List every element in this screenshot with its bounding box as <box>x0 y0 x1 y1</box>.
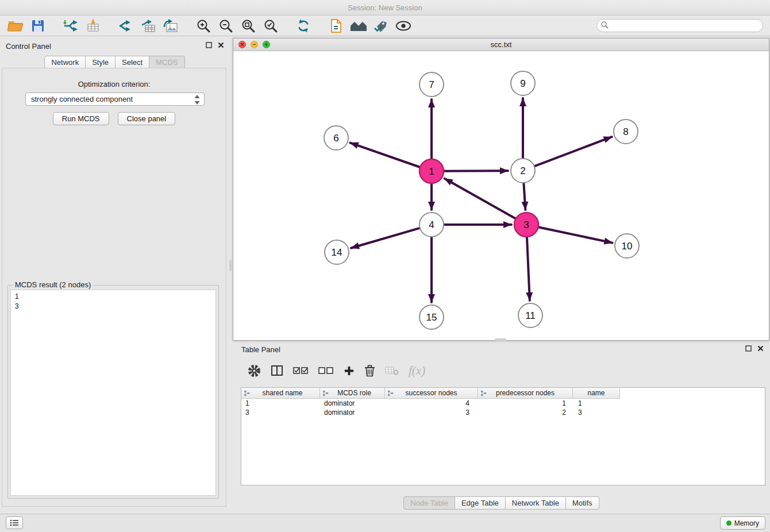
export-image-icon[interactable] <box>162 17 179 34</box>
graph-node-11[interactable]: 11 <box>518 303 542 327</box>
graph-node-label: 7 <box>429 79 434 90</box>
mcds-result-groupbox: MCDS result (2 nodes) 1 3 <box>7 285 219 499</box>
graph-node-label: 8 <box>623 126 628 137</box>
network-canvas[interactable]: 7968124314101511 <box>233 51 769 340</box>
close-panel-button[interactable]: Close panel <box>118 112 176 125</box>
tab-style[interactable]: Style <box>86 56 116 69</box>
tab-edge-table[interactable]: Edge Table <box>455 496 506 510</box>
table-settings-gear-icon[interactable] <box>248 364 261 377</box>
cell-predecessor-nodes[interactable]: 1 <box>478 399 573 408</box>
tab-network-table[interactable]: Network Table <box>506 496 566 510</box>
task-history-button[interactable] <box>6 516 23 529</box>
column-type-icon <box>387 390 394 398</box>
close-panel-icon[interactable] <box>217 41 225 49</box>
graph-node-2[interactable]: 2 <box>511 159 535 183</box>
cell-shared-name[interactable]: 3 <box>241 408 320 417</box>
close-table-panel-icon[interactable] <box>757 345 764 352</box>
cell-shared-name[interactable]: 1 <box>241 399 320 408</box>
tab-motifs[interactable]: Motifs <box>566 496 599 510</box>
zoom-out-icon[interactable] <box>217 17 234 34</box>
network-window-titlebar[interactable]: scc.txt <box>233 38 769 51</box>
column-header-shared-name[interactable]: shared name <box>241 388 320 399</box>
graph-node-15[interactable]: 15 <box>419 305 444 329</box>
zoom-selected-icon[interactable] <box>262 17 279 34</box>
select-all-columns-icon[interactable] <box>293 366 309 375</box>
horizontal-splitter-handle[interactable] <box>495 338 506 341</box>
graph-edge-2-3[interactable] <box>523 183 525 210</box>
split-columns-icon[interactable] <box>271 364 283 377</box>
cell-name[interactable]: 1 <box>573 399 620 408</box>
graph-edge-1-2[interactable] <box>444 171 508 171</box>
graph-node-label: 10 <box>622 241 633 252</box>
delete-column-icon[interactable] <box>364 364 375 377</box>
search-input[interactable] <box>609 20 763 31</box>
zoom-fit-icon[interactable] <box>240 17 257 34</box>
graph-node-label: 9 <box>520 78 525 89</box>
graph-edge-3-1[interactable] <box>445 179 515 218</box>
vertical-splitter-handle[interactable] <box>229 260 232 271</box>
network-view-window: scc.txt 7968124314101511 <box>233 38 769 341</box>
maximize-window-icon[interactable] <box>263 41 270 48</box>
zoom-in-icon[interactable] <box>195 17 212 34</box>
new-table-icon[interactable] <box>140 17 157 34</box>
add-column-icon[interactable] <box>344 365 355 376</box>
save-icon[interactable] <box>29 17 47 34</box>
new-network-icon[interactable] <box>117 17 134 34</box>
double-home-icon[interactable] <box>350 17 367 34</box>
graph-node-1[interactable]: 1 <box>419 159 444 183</box>
open-file-icon[interactable] <box>7 17 24 34</box>
deselect-all-columns-icon[interactable] <box>318 366 334 375</box>
column-header-name[interactable]: name <box>573 388 620 399</box>
graph-node-6[interactable]: 6 <box>324 126 348 150</box>
graph-node-label: 15 <box>426 312 437 323</box>
cell-predecessor-nodes[interactable]: 2 <box>478 408 573 417</box>
graph-edge-1-6[interactable] <box>351 143 420 167</box>
tab-network[interactable]: Network <box>44 56 86 69</box>
network-canvas-container: 7968124314101511 <box>233 51 769 340</box>
tab-node-table[interactable]: Node Table <box>403 496 455 510</box>
float-table-panel-icon[interactable] <box>745 345 752 352</box>
import-network-icon[interactable] <box>62 17 79 34</box>
graph-node-9[interactable]: 9 <box>511 71 535 95</box>
graph-node-10[interactable]: 10 <box>615 234 639 258</box>
column-header-predecessor-nodes[interactable]: predecessor nodes <box>478 388 573 399</box>
cell-successor-nodes[interactable]: 3 <box>385 408 478 417</box>
graph-node-label: 1 <box>429 166 434 177</box>
memory-label: Memory <box>734 519 759 527</box>
apply-style-icon[interactable] <box>372 17 390 34</box>
graph-node-label: 14 <box>332 247 342 258</box>
optimization-select[interactable]: strongly connected component <box>25 92 205 106</box>
graph-edge-3-11[interactable] <box>527 237 530 300</box>
memory-button[interactable]: Memory <box>720 516 765 530</box>
optimization-select-value: strongly connected component <box>31 95 133 103</box>
tab-select[interactable]: Select <box>116 56 149 69</box>
cell-successor-nodes[interactable]: 4 <box>385 399 478 408</box>
graph-node-4[interactable]: 4 <box>419 213 444 237</box>
mcds-result-list[interactable]: 1 3 <box>10 290 216 496</box>
clone-network-icon[interactable] <box>328 17 345 34</box>
cell-name[interactable]: 3 <box>573 408 620 417</box>
table-row[interactable]: 1 dominator 4 1 1 <box>241 399 765 408</box>
cell-mcds-role[interactable]: dominator <box>320 399 385 408</box>
eye-icon[interactable] <box>395 17 412 34</box>
table-panel: Table Panel f(x) <box>233 342 770 511</box>
graph-edge-3-10[interactable] <box>539 228 613 243</box>
float-panel-icon[interactable] <box>205 41 213 49</box>
cell-mcds-role[interactable]: dominator <box>320 408 385 417</box>
column-header-successor-nodes[interactable]: successor nodes <box>385 388 478 399</box>
tab-mcds[interactable]: MCDS <box>149 56 184 69</box>
column-header-mcds-role[interactable]: MCDS role <box>320 388 385 399</box>
import-table-icon[interactable] <box>84 17 102 34</box>
table-row[interactable]: 3 dominator 3 2 3 <box>241 408 765 417</box>
graph-node-7[interactable]: 7 <box>419 72 444 97</box>
minimize-window-icon[interactable] <box>251 41 258 48</box>
graph-node-8[interactable]: 8 <box>614 119 638 144</box>
graph-edge-4-14[interactable] <box>351 228 419 248</box>
graph-edge-2-8[interactable] <box>535 137 612 166</box>
graph-node-3[interactable]: 3 <box>514 213 538 237</box>
search-box[interactable] <box>596 19 763 32</box>
refresh-icon[interactable] <box>295 17 312 34</box>
close-window-icon[interactable] <box>238 41 246 48</box>
run-mcds-button[interactable]: Run MCDS <box>53 112 109 125</box>
graph-node-14[interactable]: 14 <box>325 240 349 264</box>
